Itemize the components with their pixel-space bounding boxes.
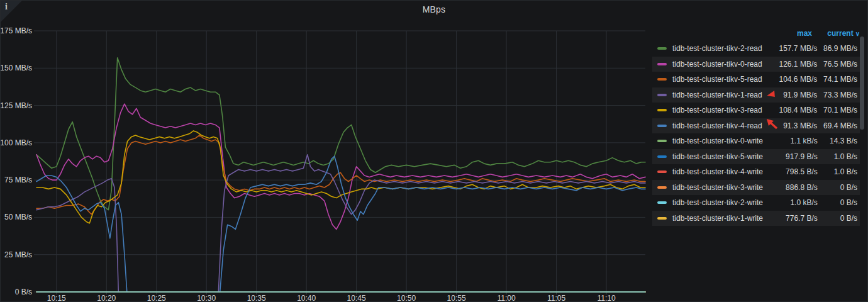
y-axis-label: 125 MB/s bbox=[1, 101, 32, 110]
series-max-value: 886.8 B/s bbox=[767, 183, 818, 192]
series-color-swatch[interactable] bbox=[657, 217, 667, 220]
series-tidb-test-cluster-tikv-4-read[interactable] bbox=[36, 156, 645, 292]
series-label[interactable]: tidb-test-cluster-tikv-0-read bbox=[672, 60, 762, 69]
series-label[interactable]: tidb-test-cluster-tikv-2-read bbox=[672, 44, 762, 53]
series-label[interactable]: tidb-test-cluster-tikv-1-read bbox=[672, 91, 762, 99]
series-label[interactable]: tidb-test-cluster-tikv-5-read bbox=[672, 75, 762, 84]
legend-table: max current∨ tidb-test-cluster-tikv-2-re… bbox=[652, 27, 860, 226]
series-color-swatch[interactable] bbox=[657, 201, 667, 204]
series-color-swatch[interactable] bbox=[657, 63, 667, 65]
legend-row: tidb-test-cluster-tikv-4-write798.5 B/s1… bbox=[652, 164, 860, 180]
series-label[interactable]: tidb-test-cluster-tikv-0-write bbox=[672, 137, 763, 145]
series-max-value: 798.5 B/s bbox=[767, 167, 818, 176]
legend-row: tidb-test-cluster-tikv-5-read104.6 MB/s7… bbox=[652, 72, 860, 87]
series-label[interactable]: tidb-test-cluster-tikv-3-write bbox=[672, 183, 763, 192]
x-axis-label: 10:35 bbox=[247, 294, 266, 302]
series-color-swatch[interactable] bbox=[657, 47, 667, 50]
x-axis-label: 10:25 bbox=[147, 294, 166, 302]
legend-sort-max[interactable]: max bbox=[754, 29, 812, 38]
series-current-value: 86.9 MB/s bbox=[817, 44, 857, 53]
x-axis-label: 11:00 bbox=[497, 294, 515, 302]
series-label[interactable]: tidb-test-cluster-tikv-5-write bbox=[672, 152, 763, 161]
series-color-swatch[interactable] bbox=[657, 94, 667, 96]
legend-row: tidb-test-cluster-tikv-0-read126.1 MB/s7… bbox=[652, 57, 860, 72]
chevron-down-icon: ∨ bbox=[855, 30, 860, 37]
x-axis-label: 10:20 bbox=[97, 294, 116, 302]
series-tidb-test-cluster-tikv-3-read[interactable] bbox=[36, 131, 645, 223]
series-color-swatch[interactable] bbox=[657, 155, 667, 158]
series-tidb-test-cluster-tikv-5-read[interactable] bbox=[36, 135, 645, 215]
series-max-value: 108.4 MB/s bbox=[766, 106, 818, 115]
y-axis-label: 25 MB/s bbox=[4, 250, 32, 259]
series-max-value: 91.3 MB/s bbox=[766, 121, 818, 130]
series-color-swatch[interactable] bbox=[657, 125, 667, 127]
series-current-value: 0 B/s bbox=[818, 183, 857, 192]
series-current-value: 69.4 MB/s bbox=[817, 121, 857, 130]
series-color-swatch[interactable] bbox=[657, 186, 667, 189]
x-axis-label: 10:50 bbox=[397, 294, 416, 302]
y-axis-label: 150 MB/s bbox=[1, 64, 32, 72]
series-current-value: 1.0 B/s bbox=[818, 167, 857, 176]
series-label[interactable]: tidb-test-cluster-tikv-2-write bbox=[672, 198, 763, 207]
series-tidb-test-cluster-tikv-1-read[interactable] bbox=[36, 155, 645, 292]
series-current-value: 73.3 MB/s bbox=[817, 91, 857, 99]
chart-svg[interactable]: 0 B/s25 MB/s50 MB/s75 MB/s100 MB/s125 MB… bbox=[1, 1, 650, 302]
series-label[interactable]: tidb-test-cluster-tikv-1-write bbox=[672, 214, 763, 223]
series-current-value: 70.1 MB/s bbox=[817, 106, 857, 115]
legend-row: tidb-test-cluster-tikv-5-write917.9 B/s1… bbox=[652, 149, 860, 165]
y-axis-label: 0 B/s bbox=[15, 288, 32, 296]
legend-row: tidb-test-cluster-tikv-2-read157.7 MB/s8… bbox=[652, 41, 860, 57]
series-label[interactable]: tidb-test-cluster-tikv-4-write bbox=[672, 167, 763, 176]
x-axis-label: 10:45 bbox=[347, 294, 366, 302]
series-max-value: 157.7 MB/s bbox=[766, 44, 818, 53]
y-axis-label: 175 MB/s bbox=[1, 26, 32, 35]
series-current-value: 74.1 MB/s bbox=[817, 75, 857, 84]
x-axis-label: 10:55 bbox=[447, 294, 466, 302]
series-current-value: 76.5 MB/s bbox=[817, 60, 857, 69]
series-max-value: 126.1 MB/s bbox=[766, 60, 818, 69]
series-max-value: 1.1 kB/s bbox=[767, 137, 818, 145]
series-max-value: 1.0 kB/s bbox=[767, 198, 818, 207]
series-current-value: 0 B/s bbox=[818, 214, 857, 223]
series-tidb-test-cluster-tikv-0-read[interactable] bbox=[36, 104, 645, 229]
x-axis-label: 11:10 bbox=[597, 294, 615, 302]
legend-row: tidb-test-cluster-tikv-1-write776.7 B/s0… bbox=[652, 211, 860, 226]
series-label[interactable]: tidb-test-cluster-tikv-4-read bbox=[672, 121, 762, 130]
legend-rows: tidb-test-cluster-tikv-2-read157.7 MB/s8… bbox=[652, 41, 860, 226]
legend-row: tidb-test-cluster-tikv-3-read108.4 MB/s7… bbox=[652, 103, 860, 118]
series-color-swatch[interactable] bbox=[657, 171, 667, 173]
legend-scrollbar-thumb[interactable] bbox=[860, 36, 864, 130]
series-max-value: 917.9 B/s bbox=[767, 152, 818, 161]
series-color-swatch[interactable] bbox=[657, 109, 667, 111]
x-axis-label: 10:15 bbox=[47, 294, 66, 302]
y-axis-label: 75 MB/s bbox=[4, 176, 32, 184]
legend-sort-current[interactable]: current∨ bbox=[812, 29, 860, 38]
x-axis-label: 10:30 bbox=[197, 294, 216, 302]
legend-header: max current∨ bbox=[652, 27, 860, 40]
grafana-panel: i MBps 0 B/s25 MB/s50 MB/s75 MB/s100 MB/… bbox=[0, 0, 868, 302]
series-color-swatch[interactable] bbox=[657, 140, 667, 142]
legend-row: tidb-test-cluster-tikv-2-write1.0 kB/s0 … bbox=[652, 195, 860, 211]
legend-row: tidb-test-cluster-tikv-4-read91.3 MB/s69… bbox=[652, 118, 860, 134]
series-current-value: 0 B/s bbox=[818, 198, 857, 207]
y-axis-label: 100 MB/s bbox=[1, 138, 32, 147]
series-current-value: 1.0 B/s bbox=[818, 152, 857, 161]
series-label[interactable]: tidb-test-cluster-tikv-3-read bbox=[672, 106, 762, 115]
x-axis-label: 10:40 bbox=[297, 294, 316, 302]
legend-row: tidb-test-cluster-tikv-0-write1.1 kB/s14… bbox=[652, 133, 860, 149]
x-axis-label: 11:05 bbox=[547, 294, 565, 302]
legend-row: tidb-test-cluster-tikv-1-read91.9 MB/s73… bbox=[652, 87, 860, 103]
series-current-value: 14.3 B/s bbox=[818, 137, 857, 145]
legend-row: tidb-test-cluster-tikv-3-write886.8 B/s0… bbox=[652, 180, 860, 196]
series-max-value: 104.6 MB/s bbox=[766, 75, 818, 84]
y-axis-label: 50 MB/s bbox=[4, 213, 32, 221]
series-color-swatch[interactable] bbox=[657, 78, 667, 81]
series-max-value: 776.7 B/s bbox=[767, 214, 818, 223]
